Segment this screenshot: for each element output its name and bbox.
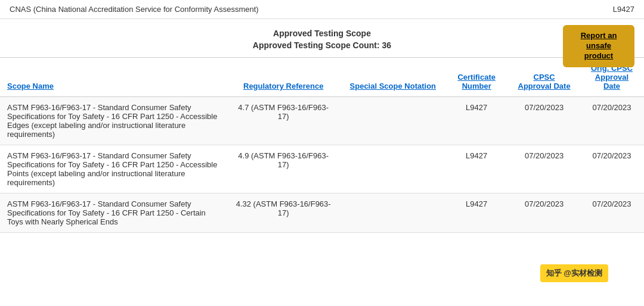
cell-regulatory-reference: 4.32 (ASTM F963-16/F963-17) — [225, 193, 341, 233]
col-regulatory-reference[interactable]: Regulatory Reference — [225, 58, 341, 97]
table-row: ASTM F963-16/F963-17 - Standard Consumer… — [0, 145, 644, 193]
top-bar: CNAS (China National Accreditation Servi… — [0, 0, 644, 19]
table-row: ASTM F963-16/F963-17 - Standard Consumer… — [0, 193, 644, 233]
section-count: Approved Testing Scope Count: 36 — [0, 40, 644, 50]
cell-special-scope-notation — [341, 97, 444, 145]
cell-regulatory-reference: 4.7 (ASTM F963-16/F963-17) — [225, 97, 341, 145]
cell-regulatory-reference: 4.9 (ASTM F963-16/F963-17) — [225, 145, 341, 193]
cell-orig-cpsc-approval-date: 07/20/2023 — [580, 145, 644, 193]
section-title: Approved Testing Scope — [0, 29, 644, 38]
cell-cpsc-approval-date: 07/20/2023 — [509, 193, 580, 233]
cell-orig-cpsc-approval-date: 07/20/2023 — [580, 97, 644, 145]
cell-certificate-number: L9427 — [444, 145, 509, 193]
cell-scope-name: ASTM F963-16/F963-17 - Standard Consumer… — [0, 97, 225, 145]
cell-scope-name: ASTM F963-16/F963-17 - Standard Consumer… — [0, 145, 225, 193]
col-certificate-number[interactable]: Certificate Number — [444, 58, 509, 97]
cell-special-scope-notation — [341, 193, 444, 233]
col-special-scope-notation[interactable]: Special Scope Notation — [341, 58, 444, 97]
cell-cpsc-approval-date: 07/20/2023 — [509, 97, 580, 145]
table-row: ASTM F963-16/F963-17 - Standard Consumer… — [0, 97, 644, 145]
scope-table: Scope Name Regulatory Reference Special … — [0, 57, 644, 233]
cell-orig-cpsc-approval-date: 07/20/2023 — [580, 193, 644, 233]
cell-certificate-number: L9427 — [444, 193, 509, 233]
col-scope-name[interactable]: Scope Name — [0, 58, 225, 97]
table-header-row: Scope Name Regulatory Reference Special … — [0, 58, 644, 97]
top-bar-label: CNAS (China National Accreditation Servi… — [10, 5, 259, 14]
cell-cpsc-approval-date: 07/20/2023 — [509, 145, 580, 193]
report-unsafe-product-button[interactable]: Report an unsafe product — [563, 25, 634, 67]
top-bar-value: L9427 — [613, 5, 634, 14]
approved-section: Approved Testing Scope Approved Testing … — [0, 19, 644, 233]
cell-certificate-number: L9427 — [444, 97, 509, 145]
cell-special-scope-notation — [341, 145, 444, 193]
cell-scope-name: ASTM F963-16/F963-17 - Standard Consumer… — [0, 193, 225, 233]
